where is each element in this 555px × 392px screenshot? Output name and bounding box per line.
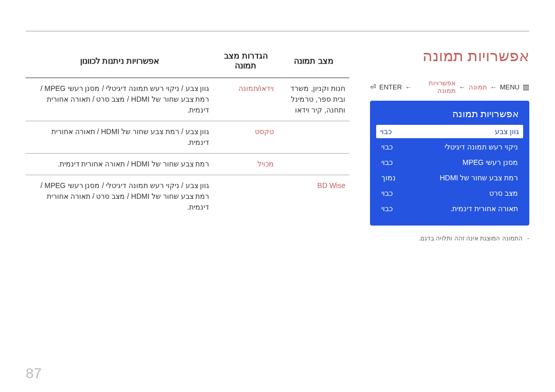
table-cell: [213, 175, 278, 218]
menu-item-dnr[interactable]: ניקוי רעש תמונה דיגיטלי כבוי: [380, 139, 519, 155]
table-cell: גוון צבע / רמת צבע שחור של HDMI / תאורה …: [26, 121, 213, 154]
table-header-settings: הגדרות מצב תמונה: [213, 47, 278, 78]
table-header-adjustable: אפשרויות ניתנות לכוונון: [26, 47, 213, 78]
breadcrumb-menu: MENU: [500, 83, 520, 91]
table-cell: [278, 121, 349, 154]
arrow-icon: ←: [490, 83, 497, 91]
menu-item-value: כבוי: [381, 143, 393, 151]
table-cell: [278, 154, 349, 175]
table-cell: גוון צבע / ניקוי רעש תמונה דיגיטלי / מסנ…: [26, 78, 213, 121]
arrow-icon: ←: [459, 83, 466, 91]
table-row: מכויל רמת צבע שחור של HDMI / תאורה אחורי…: [26, 154, 349, 175]
footnote-dash: -: [527, 235, 529, 242]
menu-item-value: כבוי: [381, 158, 393, 166]
table-cell: מכויל: [213, 154, 278, 175]
menu-item-label: תאורה אחורית דינמית.: [450, 204, 518, 213]
menu-item-value: כבוי: [380, 127, 392, 136]
table-cell: טקסט: [213, 121, 278, 154]
table-cell: חנות וקניון, משרד ובית ספר, טרמינל ותחנה…: [278, 78, 349, 121]
breadcrumb-item-1: תמונה: [469, 83, 487, 91]
page-number: 87: [26, 365, 42, 382]
table-row: BD Wise גוון צבע / ניקוי רעש תמונה דיגיט…: [26, 175, 349, 218]
menu-item-dynamic-backlight[interactable]: תאורה אחורית דינמית. כבוי: [380, 201, 519, 216]
table-cell: גוון צבע / ניקוי רעש תמונה דיגיטלי / מסנ…: [26, 175, 213, 218]
arrow-icon: ←: [405, 83, 412, 91]
menu-item-film-mode[interactable]: מצב סרט כבוי: [380, 185, 519, 201]
menu-item-value: כבוי: [381, 189, 393, 197]
menu-item-color-tone[interactable]: גוון צבע כבוי: [376, 125, 523, 138]
menu-item-value: נמוך: [381, 174, 396, 182]
menu-icon: ▥: [523, 83, 529, 91]
table-row: טקסט גוון צבע / רמת צבע שחור של HDMI / ת…: [26, 121, 349, 154]
table-cell: BD Wise: [278, 175, 349, 218]
options-table: מצב תמונה הגדרות מצב תמונה אפשרויות ניתנ…: [26, 47, 349, 218]
table-cell: רמת צבע שחור של HDMI / תאורה אחורית דינמ…: [26, 154, 213, 175]
menu-item-label: גוון צבע: [495, 127, 519, 136]
menu-panel: אפשרויות תמונה גוון צבע כבוי ניקוי רעש ת…: [370, 101, 529, 226]
footnote-text: התמונה המוצגת אינה זהה ותלויה בדגם.: [419, 235, 523, 242]
menu-item-value: כבוי: [381, 204, 393, 213]
menu-panel-title: אפשרויות תמונה: [380, 108, 519, 120]
breadcrumb: ▥ MENU ← תמונה ← אפשרויות תמונה ← ENTER …: [370, 79, 529, 95]
table-cell: וידאו/תמונה: [213, 78, 278, 121]
menu-item-mpeg[interactable]: מסנן רעשי MPEG כבוי: [380, 155, 519, 170]
enter-icon: ⏎: [370, 83, 376, 91]
section-title: אפשרויות תמונה: [370, 47, 529, 65]
breadcrumb-enter: ENTER: [379, 83, 402, 91]
table-header-mode: מצב תמונה: [278, 47, 349, 78]
menu-item-label: רמת צבע שחור של HDMI: [440, 174, 518, 182]
table-row: חנות וקניון, משרד ובית ספר, טרמינל ותחנה…: [26, 78, 349, 121]
menu-item-label: מסנן רעשי MPEG: [462, 158, 518, 166]
menu-item-label: ניקוי רעש תמונה דיגיטלי: [445, 143, 518, 151]
menu-item-hdmi-black[interactable]: רמת צבע שחור של HDMI נמוך: [380, 170, 519, 185]
footnote: - התמונה המוצגת אינה זהה ותלויה בדגם.: [370, 235, 529, 242]
top-rule: [26, 31, 529, 31]
menu-item-label: מצב סרט: [489, 189, 518, 197]
breadcrumb-item-2: אפשרויות תמונה: [415, 79, 456, 95]
